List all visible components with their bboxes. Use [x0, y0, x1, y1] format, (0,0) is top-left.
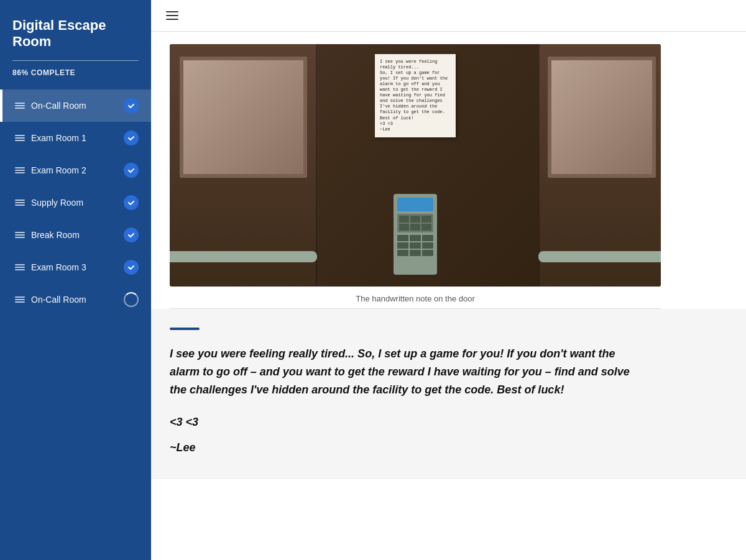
- handrail-right: [538, 251, 661, 262]
- check-icon-5: [124, 227, 139, 242]
- door-image: I see you were feeling really tired... S…: [170, 44, 661, 287]
- nav-label-3: Exam Room 2: [31, 165, 124, 175]
- sidebar-item-exam-room-2[interactable]: Exam Room 2: [0, 154, 151, 186]
- nav-label-2: Exam Room 1: [31, 133, 124, 143]
- sidebar-item-exam-room-3[interactable]: Exam Room 3: [0, 251, 151, 283]
- check-icon-7: [124, 292, 139, 307]
- check-icon-6: [124, 260, 139, 275]
- nav-label-1: On-Call Room: [31, 101, 124, 111]
- check-icon-4: [124, 195, 139, 210]
- drag-icon-4: [15, 200, 25, 206]
- door-note: I see you were feeling really tired... S…: [375, 54, 456, 137]
- sidebar: Digital Escape Room 86% COMPLETE On-Call…: [0, 0, 151, 560]
- keypad-screen: [397, 198, 433, 211]
- main-content: I see you were feeling really tired... S…: [151, 0, 746, 560]
- drag-icon-2: [15, 135, 25, 141]
- main-header: [151, 0, 746, 32]
- sidebar-item-break-room[interactable]: Break Room: [0, 219, 151, 251]
- check-icon-1: [124, 98, 139, 113]
- sign-name: ~Lee: [170, 441, 727, 454]
- check-icon-2: [124, 131, 139, 145]
- keypad-speaker: [397, 214, 433, 232]
- page-content: I see you were feeling really tired... S…: [151, 32, 746, 560]
- sign-hearts: <3 <3: [170, 416, 727, 429]
- drag-icon-3: [15, 167, 25, 173]
- sidebar-item-on-call-room-2[interactable]: On-Call Room: [0, 283, 151, 316]
- nav-label-7: On-Call Room: [31, 295, 124, 305]
- image-section: I see you were feeling really tired... S…: [151, 32, 746, 309]
- nav-label-4: Supply Room: [31, 198, 124, 208]
- progress-label: 86% COMPLETE: [0, 68, 151, 90]
- window-left: [180, 57, 307, 178]
- nav-label-5: Break Room: [31, 230, 124, 240]
- window-right: [548, 57, 656, 178]
- sidebar-nav: On-Call Room Exam Room 1 Exam Room 2: [0, 90, 151, 560]
- sidebar-item-supply-room[interactable]: Supply Room: [0, 186, 151, 219]
- drag-icon-6: [15, 264, 25, 270]
- keypad-buttons: [397, 235, 433, 256]
- text-section: I see you were feeling really tired... S…: [151, 309, 746, 479]
- check-icon-3: [124, 163, 139, 178]
- image-caption: The handwritten note on the door: [170, 287, 661, 308]
- sidebar-item-on-call-room-1[interactable]: On-Call Room: [0, 90, 151, 122]
- handrail-left: [170, 251, 317, 262]
- main-body-text: I see you were feeling really tired... S…: [170, 345, 636, 398]
- sidebar-item-exam-room-1[interactable]: Exam Room 1: [0, 122, 151, 154]
- hamburger-menu[interactable]: [163, 9, 734, 22]
- sidebar-divider: [12, 60, 139, 61]
- drag-icon-5: [15, 232, 25, 238]
- drag-icon-7: [15, 296, 25, 303]
- door-keypad: [394, 194, 437, 275]
- text-accent-bar: [170, 328, 200, 330]
- drag-icon-1: [15, 103, 25, 109]
- app-title: Digital Escape Room: [0, 0, 151, 60]
- nav-label-6: Exam Room 3: [31, 262, 124, 272]
